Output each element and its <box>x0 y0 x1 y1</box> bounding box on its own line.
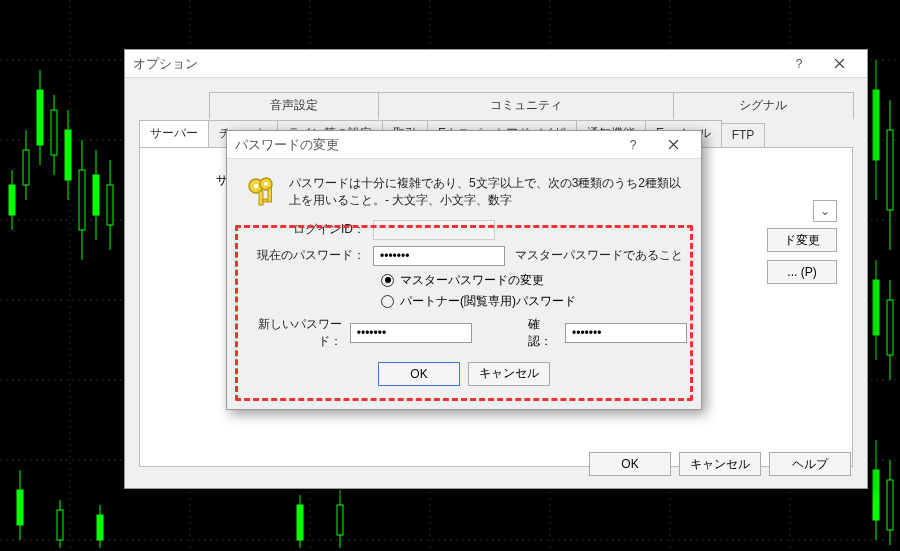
password-change-dialog: パスワードの変更 ? パスワードは十分に複雑であり、5文字以上で、次の3種類のう… <box>226 130 702 410</box>
svg-rect-51 <box>887 480 893 530</box>
svg-rect-17 <box>23 150 29 185</box>
svg-rect-25 <box>79 170 85 230</box>
login-id-field[interactable] <box>373 220 495 240</box>
pw-titlebar[interactable]: パスワードの変更 ? <box>227 131 701 159</box>
confirm-pw-label: 確認： <box>528 316 557 350</box>
confirm-pw-field[interactable] <box>565 323 687 343</box>
pw-title: パスワードの変更 <box>235 136 613 154</box>
radio-partner-label: パートナー(閲覧専用)パスワード <box>400 293 576 310</box>
svg-rect-39 <box>337 505 343 535</box>
svg-rect-35 <box>97 515 103 540</box>
options-help-button[interactable]: ヘルプ <box>769 452 851 476</box>
radio-partner[interactable]: パートナー(閲覧専用)パスワード <box>381 293 687 310</box>
password-change-button[interactable]: ド変更 <box>767 228 837 252</box>
close-icon[interactable] <box>819 51 859 77</box>
pw-ok-button[interactable]: OK <box>378 362 460 386</box>
svg-point-53 <box>254 184 259 189</box>
tab-ftp[interactable]: FTP <box>721 123 766 147</box>
tab-audio[interactable]: 音声設定 <box>209 92 379 119</box>
options-titlebar[interactable]: オプション ? <box>125 50 867 78</box>
pw-cancel-button[interactable]: キャンセル <box>468 362 550 386</box>
svg-rect-15 <box>9 185 15 215</box>
close-icon[interactable] <box>653 132 693 158</box>
new-pw-field[interactable] <box>350 323 472 343</box>
svg-rect-27 <box>93 175 99 215</box>
svg-rect-29 <box>107 185 113 225</box>
svg-rect-55 <box>263 199 267 202</box>
tab-server[interactable]: サーバー <box>139 120 209 148</box>
svg-rect-43 <box>887 130 893 210</box>
svg-rect-37 <box>297 505 303 540</box>
svg-rect-19 <box>37 90 43 145</box>
svg-rect-45 <box>873 280 879 335</box>
options-title: オプション <box>133 55 779 73</box>
current-pw-field[interactable] <box>373 246 505 266</box>
pw-info-text: パスワードは十分に複雑であり、5文字以上で、次の3種類のうち2種類以上を用いるこ… <box>289 175 683 210</box>
svg-rect-23 <box>65 130 71 180</box>
radio-master-label: マスターパスワードの変更 <box>400 272 544 289</box>
proxy-button[interactable]: ... (P) <box>767 260 837 284</box>
svg-point-57 <box>264 182 268 186</box>
radio-master-icon <box>381 274 394 287</box>
help-icon[interactable]: ? <box>779 51 819 77</box>
svg-rect-33 <box>57 510 63 540</box>
svg-rect-49 <box>873 470 879 520</box>
current-pw-label: 現在のパスワード： <box>241 247 373 264</box>
svg-rect-58 <box>268 188 272 202</box>
tab-community[interactable]: コミュニティ <box>378 92 673 119</box>
new-pw-label: 新しいパスワード： <box>241 316 350 350</box>
options-ok-button[interactable]: OK <box>589 452 671 476</box>
options-cancel-button[interactable]: キャンセル <box>679 452 761 476</box>
svg-rect-41 <box>873 90 879 160</box>
tab-signal[interactable]: シグナル <box>673 92 854 119</box>
svg-rect-54 <box>259 191 263 205</box>
radio-master[interactable]: マスターパスワードの変更 <box>381 272 687 289</box>
radio-partner-icon <box>381 295 394 308</box>
keys-icon <box>245 175 279 209</box>
login-id-label: ログインID： <box>241 221 373 238</box>
help-icon[interactable]: ? <box>613 132 653 158</box>
server-combo-dropdown[interactable] <box>813 200 837 222</box>
svg-rect-21 <box>51 110 57 155</box>
master-hint: マスターパスワードであること <box>515 247 683 264</box>
svg-rect-47 <box>887 300 893 355</box>
svg-rect-31 <box>17 490 23 525</box>
